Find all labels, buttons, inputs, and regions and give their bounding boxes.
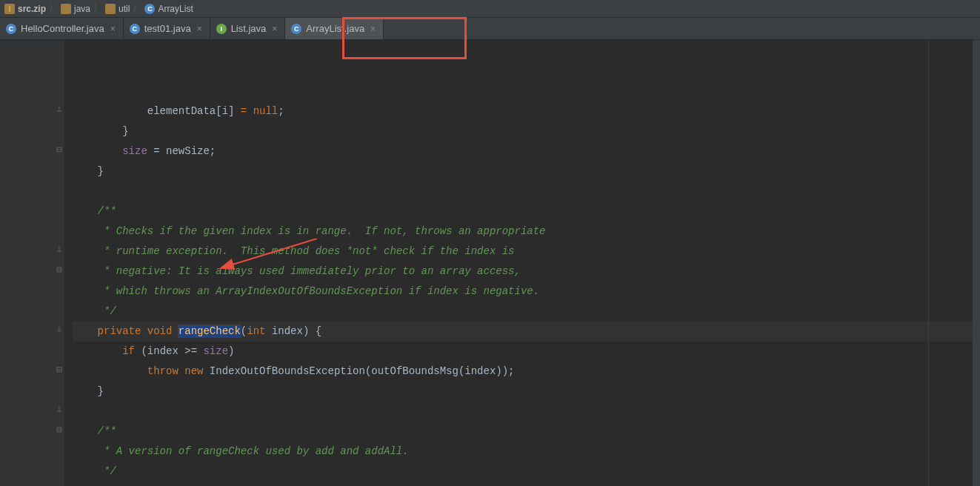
code-line[interactable]: } [73, 382, 973, 402]
scrollbar[interactable] [973, 40, 980, 486]
breadcrumb-bar: src.zip〉java〉util〉CArrayList [0, 0, 980, 18]
tab-label: List.java [231, 23, 267, 34]
editor-tabs: CHelloController.java×Ctest01.java×IList… [0, 18, 980, 40]
breadcrumb-item-arraylist[interactable]: CArrayList [144, 4, 193, 14]
breadcrumb-item-src-zip[interactable]: src.zip [4, 4, 46, 14]
code-line[interactable] [73, 402, 973, 422]
tab-label: ArrayList.java [306, 23, 364, 34]
close-icon[interactable]: × [270, 24, 279, 34]
code-line[interactable]: * which throws an ArrayIndexOutOfBoundsE… [73, 282, 973, 302]
class-icon: C [291, 24, 301, 34]
fold-end-icon[interactable] [56, 247, 63, 255]
tab-list-java[interactable]: IList.java× [210, 18, 286, 39]
fold-start-icon[interactable] [56, 367, 63, 375]
class-icon: C [144, 4, 155, 14]
breadcrumb-label: ArrayList [158, 4, 193, 14]
code-line[interactable]: */ [73, 462, 973, 482]
tab-label: test01.java [144, 23, 191, 34]
fold-start-icon[interactable] [56, 147, 63, 155]
close-icon[interactable]: × [196, 24, 204, 34]
code-line[interactable]: private void rangeCheckForAdd(int index)… [73, 482, 973, 486]
breadcrumb-label: util [119, 4, 130, 14]
code-line[interactable]: * A version of rangeCheck used by add an… [73, 442, 973, 462]
folder-icon [105, 4, 116, 14]
code-line[interactable]: * runtime exception. This method does *n… [73, 242, 973, 262]
class-icon: C [130, 24, 140, 34]
code-line[interactable]: } [73, 162, 973, 182]
code-line[interactable]: } [73, 122, 973, 142]
fold-start-icon[interactable] [56, 427, 63, 435]
archive-icon [4, 4, 15, 14]
code-line[interactable]: /** [73, 202, 973, 222]
breadcrumb-separator: 〉 [133, 2, 141, 15]
breadcrumb-separator: 〉 [49, 2, 58, 15]
code-editor[interactable]: elementData[i] = null; } size = newSize;… [65, 40, 973, 486]
interface-icon: I [216, 24, 227, 34]
tab-label: HelloController.java [21, 23, 104, 34]
editor-container: elementData[i] = null; } size = newSize;… [0, 40, 980, 486]
code-line[interactable]: elementData[i] = null; [73, 101, 973, 122]
code-line[interactable]: * Checks if the given index is in range.… [73, 222, 973, 242]
right-margin-line [928, 40, 929, 486]
code-line[interactable]: if (index >= size) [73, 342, 973, 362]
class-icon: C [6, 24, 16, 34]
code-line[interactable]: /** [73, 422, 973, 442]
fold-end-icon[interactable] [56, 327, 63, 335]
fold-end-icon[interactable] [56, 407, 63, 415]
tab-hellocontroller-java[interactable]: CHelloController.java× [0, 18, 124, 39]
code-line[interactable]: */ [73, 302, 973, 322]
close-icon[interactable]: × [109, 24, 117, 34]
code-line[interactable]: private void rangeCheck(int index) { [73, 322, 973, 342]
close-icon[interactable]: × [369, 24, 377, 34]
fold-start-icon[interactable] [56, 267, 63, 275]
folder-icon [61, 4, 71, 14]
fold-end-icon[interactable] [56, 107, 63, 115]
breadcrumb-label: src.zip [18, 4, 46, 14]
breadcrumb-item-java[interactable]: java [61, 4, 90, 14]
code-line[interactable] [73, 182, 973, 202]
breadcrumb-item-util[interactable]: util [105, 4, 130, 14]
tab-test01-java[interactable]: Ctest01.java× [124, 18, 210, 39]
code-line[interactable]: size = newSize; [73, 142, 973, 162]
code-line[interactable]: throw new IndexOutOfBoundsException(outO… [73, 362, 973, 382]
breadcrumb-separator: 〉 [93, 2, 102, 15]
gutter[interactable] [0, 40, 65, 486]
svg-rect-1 [9, 6, 10, 12]
tab-arraylist-java[interactable]: CArrayList.java× [285, 18, 384, 39]
breadcrumb-label: java [74, 4, 90, 14]
code-line[interactable]: * negative: It is always used immediatel… [73, 262, 973, 282]
